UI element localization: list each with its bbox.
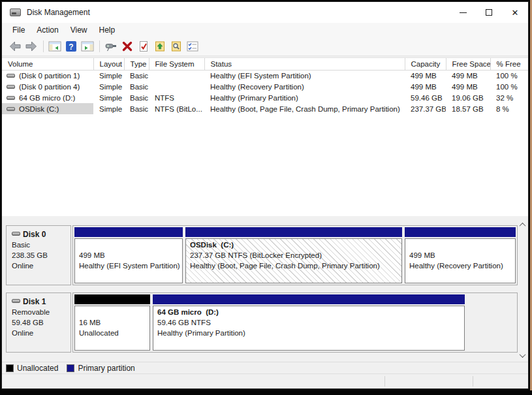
pct-free-cell: 8 % — [490, 103, 528, 114]
disk-title: Disk 1 — [12, 296, 70, 307]
partition[interactable]: 499 MB Healthy (Recovery Partition) — [405, 227, 516, 283]
partition-status: Healthy (EFI System Partition) — [79, 262, 182, 272]
volume-row[interactable]: (Disk 0 partition 4) Simple Basic Health… — [2, 81, 528, 92]
rescan-disks-button[interactable] — [103, 39, 119, 54]
scroll-up-button[interactable] — [518, 220, 527, 230]
menu-item[interactable]: File — [7, 24, 31, 36]
scroll-down-button[interactable] — [518, 351, 527, 360]
disk-title: Disk 0 — [12, 229, 70, 240]
free-space-cell: 18.57 GB — [446, 103, 490, 114]
window-title: Disk Management — [27, 8, 90, 17]
rescan-disks-icon — [104, 41, 117, 52]
partition-type-bar — [74, 227, 183, 237]
delete-icon — [121, 41, 133, 52]
minimize-icon — [460, 12, 467, 13]
volume-row[interactable]: 64 GB micro (D:) Simple Basic NTFS Healt… — [2, 92, 528, 103]
column-header[interactable]: Layout — [93, 58, 124, 70]
file-system-cell: NTFS — [149, 92, 204, 103]
partition-type-bar — [405, 227, 516, 237]
partition-type-bar — [153, 294, 465, 304]
volume-row[interactable]: (Disk 0 partition 1) Simple Basic Health… — [2, 70, 528, 81]
partition[interactable]: 16 MB Unallocated — [74, 294, 150, 351]
type-cell: Basic — [124, 92, 149, 103]
free-space-cell: 499 MB — [446, 81, 490, 92]
column-header[interactable]: Free Space — [446, 58, 490, 70]
disk-state: Online — [12, 328, 70, 338]
vertical-scrollbar[interactable] — [518, 220, 527, 360]
disk-partitions: 499 MB Healthy (EFI System Partition) OS… — [72, 225, 518, 285]
disk-partitions: 16 MB Unallocated 64 GB micro (D:) — [72, 292, 518, 353]
action-pane-icon — [81, 41, 94, 52]
volume-drive-icon — [7, 74, 15, 78]
type-cell: Basic — [124, 70, 149, 81]
toolbar: ? — [2, 37, 528, 55]
title-bar: Disk Management ✕ — [2, 2, 528, 23]
disk-label-panel[interactable]: Disk 0 Basic 238.35 GB Online — [6, 225, 71, 285]
back-arrow-icon — [8, 40, 22, 52]
partition[interactable]: OSDisk (C:) 237.37 GB NTFS (BitLocker En… — [185, 227, 402, 283]
explore-button[interactable] — [168, 39, 184, 54]
status-divider — [384, 376, 385, 387]
volume-cell: OSDisk (C:) — [2, 103, 93, 114]
disk-name: Disk 1 — [23, 297, 46, 306]
properties-button[interactable] — [185, 39, 200, 54]
show-action-pane-button[interactable] — [80, 39, 95, 54]
pct-free-cell: 100 % — [490, 81, 528, 92]
capacity-cell: 499 MB — [405, 81, 446, 92]
chevron-up-icon — [520, 223, 526, 229]
menu-item[interactable]: Action — [31, 24, 64, 36]
disk-graph-pane: Disk 0 Basic 238.35 GB Online — [2, 216, 528, 362]
partition[interactable]: 64 GB micro (D:) 59.46 GB NTFS Healthy (… — [153, 294, 465, 351]
partition-box: 64 GB micro (D:) 59.46 GB NTFS Healthy (… — [153, 306, 465, 351]
menu-item[interactable]: View — [65, 24, 93, 36]
partition[interactable]: 499 MB Healthy (EFI System Partition) — [74, 227, 183, 283]
volume-table: VolumeLayoutTypeFile SystemStatusCapacit… — [2, 58, 528, 114]
show-console-tree-button[interactable] — [47, 39, 63, 54]
layout-cell: Simple — [93, 70, 124, 81]
volume-table-body: (Disk 0 partition 1) Simple Basic Health… — [2, 70, 528, 114]
type-cell: Basic — [124, 103, 149, 114]
properties-icon — [187, 41, 198, 52]
close-button[interactable]: ✕ — [502, 2, 528, 23]
volume-table-header: VolumeLayoutTypeFile SystemStatusCapacit… — [2, 58, 528, 70]
column-header[interactable]: Volume — [2, 58, 93, 70]
disk-label-panel[interactable]: Disk 1 Removable 59.48 GB Online — [6, 292, 71, 353]
partition-name: 64 GB micro (D:) — [157, 308, 464, 319]
console-tree-icon — [48, 41, 61, 52]
column-header[interactable]: Capacity — [405, 58, 446, 70]
maximize-button[interactable] — [476, 2, 502, 23]
forward-arrow-icon — [25, 40, 38, 52]
file-system-cell: NTFS (BitLo... — [149, 103, 204, 114]
column-header[interactable]: Type — [124, 58, 149, 70]
partition-info: 59.46 GB NTFS — [157, 319, 464, 329]
mark-partition-active-button[interactable] — [136, 39, 151, 54]
partition-status: Unallocated — [79, 329, 149, 340]
forward-button[interactable] — [23, 39, 39, 54]
status-cell: Healthy (EFI System Partition) — [204, 70, 405, 81]
volume-name: (Disk 0 partition 1) — [19, 72, 80, 80]
capacity-cell: 499 MB — [405, 70, 446, 81]
column-header[interactable]: File System — [149, 58, 204, 70]
svg-text:?: ? — [69, 42, 73, 52]
change-drive-letter-button[interactable] — [152, 39, 168, 54]
maximize-icon — [486, 9, 492, 16]
partition-type-bar — [185, 227, 402, 237]
delete-volume-button[interactable] — [119, 39, 135, 54]
toolbar-separator — [99, 40, 100, 52]
disk-list: Disk 0 Basic 238.35 GB Online — [2, 216, 528, 353]
disk-row: Disk 0 Basic 238.35 GB Online — [6, 225, 518, 285]
column-header[interactable]: % Free — [490, 58, 528, 70]
column-header[interactable]: Status — [204, 58, 405, 70]
partition-info: 499 MB — [409, 251, 515, 262]
volume-row[interactable]: OSDisk (C:) Simple Basic NTFS (BitLo... … — [2, 103, 528, 114]
volume-cell: 64 GB micro (D:) — [2, 92, 93, 103]
minimize-button[interactable] — [450, 2, 476, 23]
menu-item[interactable]: Help — [93, 24, 121, 36]
layout-cell: Simple — [93, 92, 124, 103]
help-button[interactable]: ? — [63, 39, 79, 54]
legend-item: Unallocated — [6, 364, 58, 373]
volume-drive-icon — [7, 85, 15, 89]
back-button[interactable] — [7, 39, 23, 54]
volume-name: (Disk 0 partition 4) — [19, 83, 80, 91]
partition-status: Healthy (Primary Partition) — [157, 329, 464, 340]
